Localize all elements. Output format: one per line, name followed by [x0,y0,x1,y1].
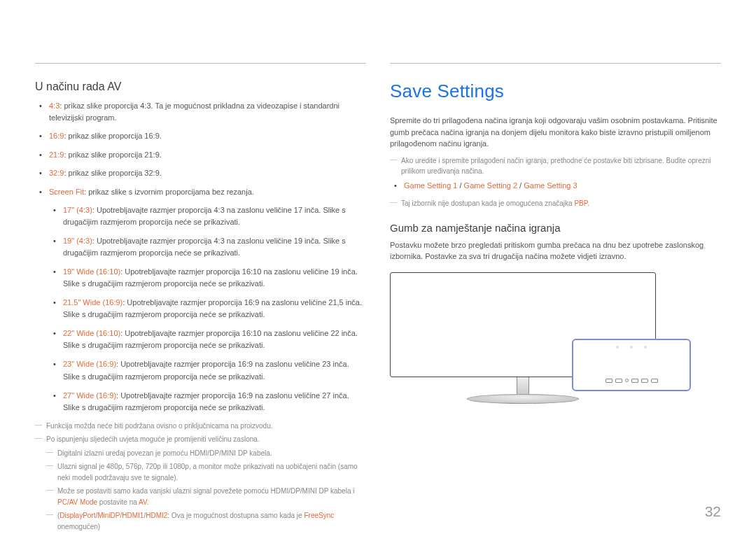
option-text: : prikaz slike s izvornim proporcijama b… [84,188,254,196]
popup-panel-icon [572,339,691,391]
option-label: 27" Wide (16:9) [63,391,116,400]
list-item: 19" (4:3): Upotrebljavajte razmjer propo… [63,235,366,259]
list-item: 17" (4:3): Upotrebljavajte razmjer propo… [63,204,366,228]
modes-list: Game Setting 1 / Game Setting 2 / Game S… [390,180,721,192]
option-text: : prikaz slike proporcija 32:9. [64,169,161,177]
list-item: 16:9: prikaz slike proporcija 16:9. [49,130,366,142]
option-label: 19" Wide (16:10) [63,267,120,276]
option-text: : prikaz slike proporcija 4:3. Ta je mog… [49,101,340,122]
option-label: 32:9 [49,169,64,177]
footnote: Ako uredite i spremite prilagođeni način… [390,155,721,177]
option-label: Screen Fit [49,188,84,196]
paragraph: Spremite do tri prilagođena načina igran… [390,115,721,150]
list-item: 21.5" Wide (16:9): Upotrebljavajte razmj… [63,297,366,321]
right-column: Save Settings Spremite do tri prilagođen… [390,63,721,534]
aspect-ratio-list: 4:3: prikaz slike proporcija 4:3. Ta je … [35,100,366,414]
subheading: Gumb za namještanje načina igranja [390,222,721,234]
footnote: Funkcija možda neće biti podržana ovisno… [35,421,366,432]
footnote: Taj izbornik nije dostupan kada je omogu… [390,198,721,209]
option-text: : Upotrebljavajte razmjer proporcija 4:3… [63,237,346,257]
section-title: Save Settings [390,80,721,102]
list-item: Screen Fit: prikaz slike s izvornim prop… [49,186,366,414]
footnote: Može se postaviti samo kada vanjski ulaz… [46,486,366,507]
option-label: 22" Wide (16:10) [63,329,120,337]
footnote: Ulazni signal je 480p, 576p, 720p ili 10… [46,461,366,483]
monitor-base-icon [467,394,579,404]
option-text: : Upotrebljavajte razmjer proporcija 4:3… [63,206,346,226]
list-item: 27" Wide (16:9): Upotrebljavajte razmjer… [63,390,366,414]
option-label: 17" (4:3) [63,206,92,214]
option-label: 21:9 [49,150,64,159]
option-label: 23" Wide (16:9) [63,360,116,368]
list-item: 23" Wide (16:9): Upotrebljavajte razmjer… [63,358,366,382]
monitor-illustration [390,272,691,412]
page-number: 32 [705,503,721,520]
option-label: 16:9 [49,132,64,140]
option-text: : prikaz slike proporcija 16:9. [64,132,161,140]
list-item: Game Setting 1 / Game Setting 2 / Game S… [404,180,721,192]
list-item: 32:9: prikaz slike proporcija 32:9. [49,167,366,179]
left-column: U načinu rada AV 4:3: prikaz slike propo… [35,63,366,534]
list-item: 22" Wide (16:10): Upotrebljavajte razmje… [63,328,366,351]
option-label: 4:3 [49,101,59,110]
footnote: Digitalni izlazni uređaj povezan je pomo… [46,448,366,459]
option-text: : prikaz slike proporcija 21:9. [64,150,161,159]
list-item: 21:9: prikaz slike proporcija 21:9. [49,149,366,161]
list-item: 4:3: prikaz slike proporcija 4:3. Ta je … [49,100,366,123]
option-label: 21.5" Wide (16:9) [63,298,122,307]
screen-size-sublist: 17" (4:3): Upotrebljavajte razmjer propo… [49,204,366,414]
footnote: Po ispunjenju sljedećih uvjeta moguće je… [35,434,366,445]
footnote: (DisplayPort/MiniDP/HDMI1/HDMI2: Ova je … [46,510,366,532]
left-heading: U načinu rada AV [35,80,366,93]
option-label: 19" (4:3) [63,237,92,245]
page: U načinu rada AV 4:3: prikaz slike propo… [0,0,756,534]
monitor-neck-icon [517,377,529,394]
list-item: 19" Wide (16:10): Upotrebljavajte razmje… [63,266,366,290]
paragraph: Postavku možete brzo pregledati pritisko… [390,239,721,262]
